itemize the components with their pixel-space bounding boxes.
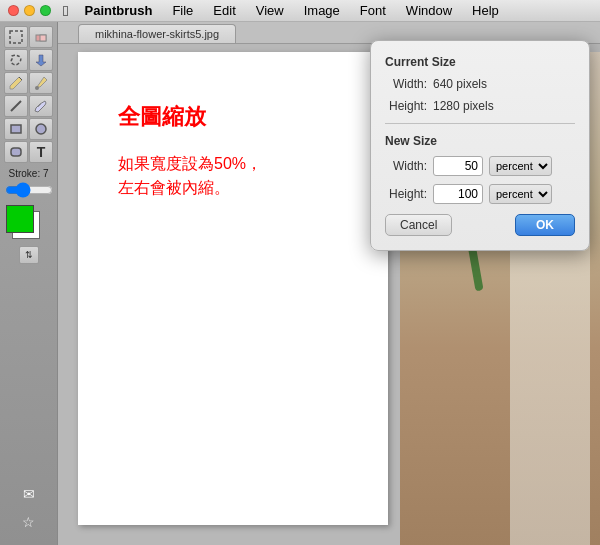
current-height-value: 1280 pixels bbox=[433, 99, 494, 113]
canvas-text-overlay: 全圖縮放 如果寬度設為50%， 左右會被內縮。 bbox=[118, 102, 262, 200]
eraser-tool[interactable] bbox=[29, 26, 53, 48]
canvas-area: mikhina-flower-skirts5.jpg 全圖縮放 如果寬度設為50… bbox=[58, 22, 600, 545]
view-menu[interactable]: View bbox=[248, 1, 292, 20]
rect-shape-tool[interactable] bbox=[4, 118, 28, 140]
image-menu[interactable]: Image bbox=[296, 1, 348, 20]
svg-point-3 bbox=[35, 86, 39, 90]
help-menu[interactable]: Help bbox=[464, 1, 507, 20]
pencil-tool[interactable] bbox=[4, 72, 28, 94]
maximize-button[interactable] bbox=[40, 5, 51, 16]
apple-menu[interactable]:  bbox=[63, 2, 68, 19]
star-icon[interactable]: ☆ bbox=[18, 511, 40, 533]
font-menu[interactable]: Font bbox=[352, 1, 394, 20]
dialog-buttons: Cancel OK bbox=[385, 214, 575, 236]
new-height-row: Height: percent pixels bbox=[385, 184, 575, 204]
line-tool[interactable] bbox=[4, 95, 28, 117]
width-input[interactable] bbox=[433, 156, 483, 176]
toolbar: T Stroke: 7 ⇅ ✉ ☆ bbox=[0, 22, 58, 545]
new-size-section-title: New Size bbox=[385, 134, 575, 148]
new-width-label: Width: bbox=[385, 159, 427, 173]
current-size-section-title: Current Size bbox=[385, 55, 575, 69]
oval-shape-tool[interactable] bbox=[29, 118, 53, 140]
select-lasso-tool[interactable] bbox=[4, 49, 28, 71]
height-input[interactable] bbox=[433, 184, 483, 204]
svg-rect-8 bbox=[11, 148, 21, 156]
toolbar-bottom: ✉ ☆ bbox=[18, 265, 40, 541]
stroke-slider[interactable] bbox=[5, 182, 53, 198]
menu-bar:  Paintbrush File Edit View Image Font W… bbox=[0, 0, 600, 22]
text-tool[interactable]: T bbox=[29, 141, 53, 163]
edit-menu[interactable]: Edit bbox=[205, 1, 243, 20]
canvas-white[interactable]: 全圖縮放 如果寬度設為50%， 左右會被內縮。 bbox=[78, 52, 388, 525]
svg-rect-6 bbox=[11, 125, 21, 133]
minimize-button[interactable] bbox=[24, 5, 35, 16]
cancel-button[interactable]: Cancel bbox=[385, 214, 452, 236]
stroke-label: Stroke: 7 bbox=[8, 168, 48, 179]
file-menu[interactable]: File bbox=[164, 1, 201, 20]
mail-icon[interactable]: ✉ bbox=[18, 483, 40, 505]
svg-line-4 bbox=[11, 101, 21, 111]
color-swatch-container bbox=[6, 205, 52, 243]
fill-tool[interactable] bbox=[29, 49, 53, 71]
select-rect-tool[interactable] bbox=[4, 26, 28, 48]
tool-row-4 bbox=[4, 95, 53, 117]
svg-rect-0 bbox=[10, 31, 22, 43]
eyedropper-tool[interactable] bbox=[29, 95, 53, 117]
app-name-menu[interactable]: Paintbrush bbox=[76, 1, 160, 20]
tool-row-5 bbox=[4, 118, 53, 140]
ok-button[interactable]: OK bbox=[515, 214, 575, 236]
brush-tool[interactable] bbox=[29, 72, 53, 94]
tool-row-1 bbox=[4, 26, 53, 48]
width-unit-select[interactable]: percent pixels bbox=[489, 156, 552, 176]
tool-row-3 bbox=[4, 72, 53, 94]
svg-point-7 bbox=[36, 124, 46, 134]
traffic-lights bbox=[8, 5, 51, 16]
new-height-label: Height: bbox=[385, 187, 427, 201]
current-height-row: Height: 1280 pixels bbox=[385, 99, 575, 113]
current-width-label: Width: bbox=[385, 77, 427, 91]
tool-row-6: T bbox=[4, 141, 53, 163]
dialog-divider bbox=[385, 123, 575, 124]
height-unit-select[interactable]: percent pixels bbox=[489, 184, 552, 204]
close-button[interactable] bbox=[8, 5, 19, 16]
resize-dialog: Current Size Width: 640 pixels Height: 1… bbox=[370, 40, 590, 251]
window-menu[interactable]: Window bbox=[398, 1, 460, 20]
canvas-body-text: 如果寬度設為50%， 左右會被內縮。 bbox=[118, 152, 262, 200]
tool-row-2 bbox=[4, 49, 53, 71]
foreground-color-swatch[interactable] bbox=[6, 205, 34, 233]
current-width-value: 640 pixels bbox=[433, 77, 487, 91]
main-layout: T Stroke: 7 ⇅ ✉ ☆ mikhina-flower-skirts5… bbox=[0, 22, 600, 545]
rounded-rect-tool[interactable] bbox=[4, 141, 28, 163]
svg-rect-2 bbox=[40, 35, 46, 41]
swap-colors-button[interactable]: ⇅ bbox=[19, 246, 39, 264]
canvas-title-text: 全圖縮放 bbox=[118, 102, 262, 132]
current-height-label: Height: bbox=[385, 99, 427, 113]
current-width-row: Width: 640 pixels bbox=[385, 77, 575, 91]
document-tab[interactable]: mikhina-flower-skirts5.jpg bbox=[78, 24, 236, 43]
new-width-row: Width: percent pixels bbox=[385, 156, 575, 176]
